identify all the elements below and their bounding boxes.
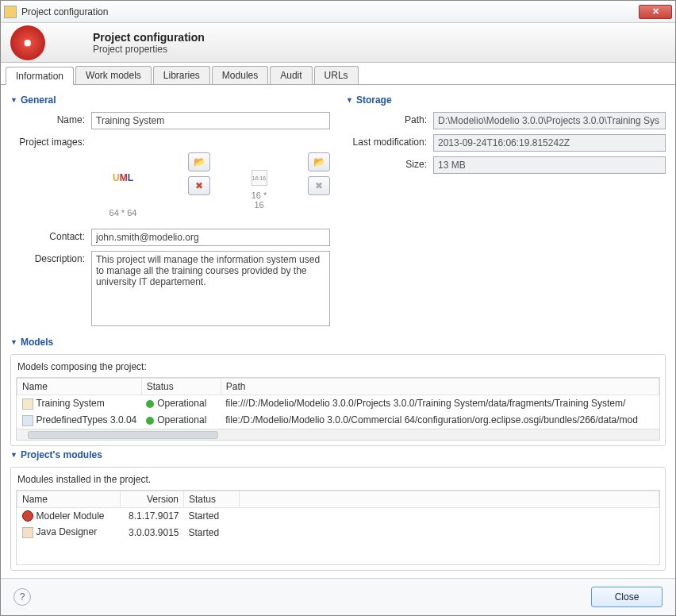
name-input[interactable]	[91, 112, 330, 129]
status-dot-icon	[146, 417, 154, 425]
tab-information[interactable]: Information	[6, 67, 74, 85]
banner-subtitle: Project properties	[93, 44, 205, 55]
module-icon	[22, 510, 33, 522]
models-title[interactable]: Models	[10, 337, 666, 348]
close-button[interactable]: Close	[591, 587, 663, 607]
images-label: Project images:	[10, 134, 91, 148]
image-16-caption: 16 * 16	[250, 191, 268, 210]
th-mod-version[interactable]: Version	[121, 491, 184, 507]
th-mod-status[interactable]: Status	[184, 491, 240, 507]
models-table: Name Status Path Training System Operati…	[17, 378, 659, 429]
module-version: 3.0.03.9015	[121, 524, 184, 541]
image-64-caption: 64 * 64	[98, 208, 148, 218]
model-path: file:/D:/Modelio/Modelio 3.0.0/Commercia…	[221, 412, 659, 429]
delete-icon: ✖	[195, 180, 203, 191]
delete-64-button[interactable]: ✖	[188, 176, 210, 195]
model-path: file:///D:/Modelio/Modelio 3.0.0/Project…	[221, 395, 659, 412]
th-path[interactable]: Path	[221, 379, 659, 395]
tab-modules[interactable]: Modules	[212, 66, 268, 84]
scrollbar-thumb[interactable]	[28, 431, 218, 439]
table-row[interactable]: PredefinedTypes 3.0.04 Operational file:…	[17, 412, 659, 429]
tabs: Information Work models Libraries Module…	[1, 63, 675, 85]
models-box: Models composing the project: Name Statu…	[10, 354, 666, 446]
modules-title[interactable]: Project's modules	[10, 449, 666, 460]
module-name: Java Designer	[36, 526, 98, 537]
mod-field	[433, 134, 666, 152]
delete-icon: ✖	[315, 180, 323, 191]
table-row[interactable]: Java Designer 3.0.03.9015 Started	[17, 524, 659, 541]
models-header-row: Name Status Path	[17, 379, 659, 395]
module-status: Started	[184, 507, 240, 524]
storage-section: Storage Path: Last modification: Size:	[346, 91, 666, 333]
module-version: 8.1.17.9017	[121, 507, 184, 524]
th-status[interactable]: Status	[141, 379, 221, 395]
modules-header-row: Name Version Status	[17, 491, 659, 507]
delete-16-button[interactable]: ✖	[308, 176, 330, 195]
name-label: Name:	[10, 112, 91, 125]
titlebar: Project configuration ✕	[1, 1, 675, 23]
table-row[interactable]: Modeler Module 8.1.17.9017 Started	[17, 507, 659, 524]
banner-title: Project configuration	[93, 31, 205, 44]
general-title[interactable]: General	[10, 94, 330, 106]
status-dot-icon	[146, 400, 154, 408]
contact-label: Contact:	[10, 229, 91, 242]
contact-input[interactable]	[91, 229, 330, 246]
project-image-16: 16:16	[252, 170, 267, 186]
model-icon	[22, 415, 33, 426]
browse-16-button[interactable]: 📂	[308, 152, 330, 171]
modules-table: Name Version Status Modeler Module 8.1.1…	[17, 491, 659, 541]
model-icon	[22, 398, 33, 410]
window-title: Project configuration	[21, 6, 639, 17]
help-button[interactable]: ?	[13, 588, 31, 606]
project-image-64: UML	[98, 152, 148, 203]
mod-label: Last modification:	[346, 134, 433, 148]
folder-icon: 📂	[313, 156, 325, 167]
general-section: General Name: Project images: UML 64 * 6…	[10, 91, 330, 333]
model-name: PredefinedTypes 3.0.04	[36, 414, 137, 425]
size-field	[433, 156, 666, 174]
content: General Name: Project images: UML 64 * 6…	[1, 85, 675, 578]
storage-title[interactable]: Storage	[346, 94, 666, 106]
description-textarea[interactable]	[91, 251, 330, 326]
modules-box: Modules installed in the project. Name V…	[10, 467, 666, 572]
model-status: Operational	[157, 414, 206, 425]
description-label: Description:	[10, 251, 91, 264]
app-logo-icon: ⏺	[10, 25, 45, 60]
path-field	[433, 112, 666, 129]
th-name[interactable]: Name	[17, 379, 142, 395]
th-empty	[240, 491, 659, 507]
model-status: Operational	[157, 398, 206, 409]
app-icon	[4, 6, 17, 18]
tab-urls[interactable]: URLs	[314, 66, 359, 84]
tab-work-models[interactable]: Work models	[75, 66, 152, 84]
folder-icon: 📂	[194, 156, 205, 167]
banner: ⏺ Project configuration Project properti…	[1, 23, 675, 63]
th-mod-name[interactable]: Name	[17, 491, 121, 507]
window-close-button[interactable]: ✕	[639, 5, 672, 19]
module-name: Modeler Module	[36, 510, 105, 522]
models-subtitle: Models composing the project:	[17, 361, 660, 372]
tab-audit[interactable]: Audit	[270, 66, 312, 84]
modules-subtitle: Modules installed in the project.	[17, 474, 660, 485]
module-icon	[22, 527, 33, 538]
tab-libraries[interactable]: Libraries	[153, 66, 210, 84]
path-label: Path:	[346, 112, 433, 125]
table-row[interactable]: Training System Operational file:///D:/M…	[17, 395, 659, 412]
images-area: UML 64 * 64 📂 ✖ 16:16 16 * 16 📂 ✖	[10, 152, 330, 218]
module-status: Started	[184, 524, 240, 541]
models-scrollbar[interactable]	[17, 429, 659, 440]
size-label: Size:	[346, 156, 433, 170]
model-name: Training System	[36, 398, 105, 409]
footer: ? Close	[1, 578, 675, 615]
browse-64-button[interactable]: 📂	[188, 152, 210, 171]
